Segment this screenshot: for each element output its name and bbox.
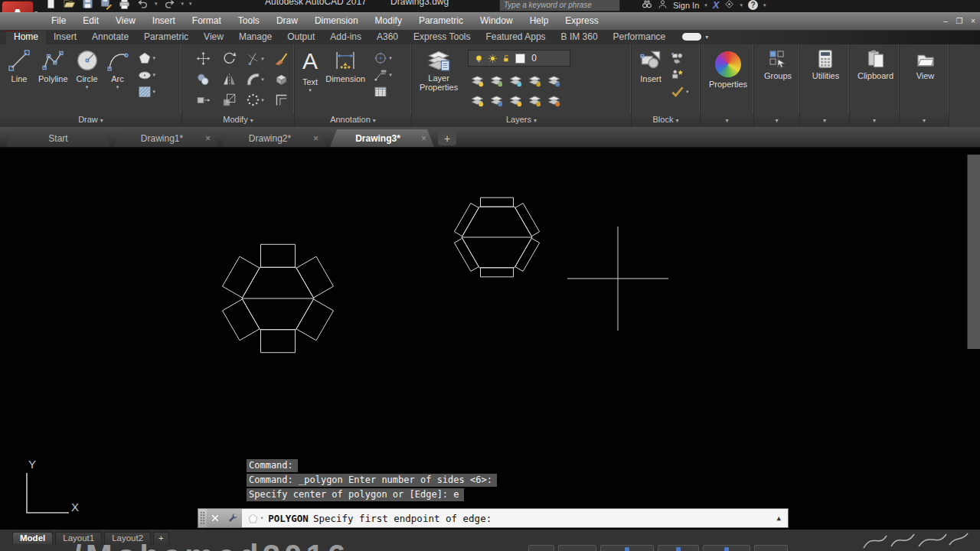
close-tab-icon[interactable]: × xyxy=(313,133,318,144)
ribbon-tab-insert[interactable]: Insert xyxy=(46,29,84,44)
erase-button[interactable] xyxy=(274,51,289,66)
polygon-button[interactable]: ▾ xyxy=(138,51,156,65)
chevron-down-icon[interactable]: ▾ xyxy=(763,2,766,8)
menu-help[interactable]: Help xyxy=(521,13,557,30)
help-icon[interactable]: ? xyxy=(748,0,758,10)
save-button[interactable] xyxy=(81,0,94,10)
ribbon-tab-b-im-360[interactable]: B IM 360 xyxy=(554,29,606,44)
command-bar-grip[interactable] xyxy=(198,509,207,527)
chevron-down-icon[interactable]: ▾ xyxy=(705,34,708,41)
flyout-arrow-icon[interactable]: ▾ xyxy=(389,72,392,78)
save-as-button[interactable] xyxy=(100,0,113,10)
close-tab-icon[interactable]: × xyxy=(205,133,211,144)
chevron-down-icon[interactable]: ▾ xyxy=(704,2,707,8)
open-file-button[interactable] xyxy=(63,0,76,10)
ribbon-tab-view[interactable]: View xyxy=(196,29,231,44)
flyout-arrow-icon[interactable]: ▾ xyxy=(153,72,156,78)
menu-dimension[interactable]: Dimension xyxy=(306,13,367,30)
sign-in-button[interactable]: Sign In xyxy=(673,1,699,10)
trim-button[interactable]: ▾ xyxy=(246,51,264,66)
panel-label-groups[interactable]: ▾ xyxy=(754,114,799,127)
panel-label-properties[interactable]: ▾ xyxy=(701,114,753,127)
ribbon-tab-performance[interactable]: Performance xyxy=(606,29,674,44)
undo-button[interactable] xyxy=(136,0,149,10)
panel-label-block[interactable]: Block ▾ xyxy=(632,114,700,127)
ribbon-tab-featured-apps[interactable]: Featured Apps xyxy=(479,29,554,44)
redo-button[interactable] xyxy=(163,0,176,10)
stretch-button[interactable] xyxy=(196,93,211,107)
file-tab-drawing3[interactable]: Drawing3*× xyxy=(330,129,434,147)
mirror-button[interactable] xyxy=(222,72,237,86)
ribbon-tab-home[interactable]: Home xyxy=(6,29,46,44)
file-tab-start[interactable]: Start xyxy=(6,129,110,147)
flyout-arrow-icon[interactable]: ▾ xyxy=(389,55,392,61)
flyout-arrow-icon[interactable]: ▾ xyxy=(153,89,156,95)
panel-label-view[interactable]: ▾ xyxy=(900,114,949,127)
chevron-down-icon[interactable]: ▾ xyxy=(260,515,263,521)
menu-modify[interactable]: Modify xyxy=(367,13,410,30)
menu-window[interactable]: Window xyxy=(472,13,521,30)
arc-button[interactable]: Arc▾ xyxy=(103,46,133,114)
a360-icon[interactable] xyxy=(724,0,734,12)
layout-tab-model[interactable]: Model xyxy=(12,532,53,544)
offset-button[interactable] xyxy=(274,93,289,107)
panel-label-draw[interactable]: Draw ▾ xyxy=(0,114,181,127)
menu-draw[interactable]: Draw xyxy=(268,13,306,30)
flyout-arrow-icon[interactable]: ▾ xyxy=(686,89,689,95)
status-toggle-button[interactable] xyxy=(600,545,654,551)
status-toggle-button[interactable] xyxy=(528,545,554,551)
layer-on-button[interactable] xyxy=(470,93,485,108)
new-file-button[interactable] xyxy=(44,0,57,10)
search-icon[interactable] xyxy=(642,0,652,12)
status-toggle-button[interactable] xyxy=(658,545,699,551)
chevron-down-icon[interactable]: ▾ xyxy=(740,2,743,8)
move-button[interactable] xyxy=(196,51,211,66)
panel-label-layers[interactable]: Layers ▾ xyxy=(412,114,631,127)
exchange-apps-icon[interactable]: X xyxy=(713,0,720,11)
menu-edit[interactable]: Edit xyxy=(74,13,107,30)
polyline-button[interactable]: Polyline xyxy=(34,46,72,114)
command-options-button[interactable]: ▾ xyxy=(247,513,263,524)
canvas-scrollbar[interactable] xyxy=(967,155,980,349)
block-attributes-button[interactable] xyxy=(671,68,689,82)
menu-file[interactable]: File xyxy=(43,13,74,30)
block-editor-button[interactable]: ▾ xyxy=(671,85,689,99)
fillet-button[interactable]: ▾ xyxy=(246,72,264,86)
layer-unlock-button[interactable] xyxy=(528,93,542,108)
menu-express[interactable]: Express xyxy=(557,13,606,30)
view-button[interactable]: View xyxy=(912,46,939,114)
layer-select-dropdown[interactable]: 0 xyxy=(468,50,570,67)
leader-button[interactable]: ▾ xyxy=(374,68,392,82)
flyout-arrow-icon[interactable]: ▾ xyxy=(261,56,264,62)
flyout-arrow-icon[interactable]: ▾ xyxy=(261,77,264,83)
chevron-down-icon[interactable]: ▾ xyxy=(181,1,185,7)
flyout-arrow-icon[interactable]: ▾ xyxy=(86,84,89,90)
explode-button[interactable] xyxy=(274,72,289,86)
dimension-button[interactable]: Dimension xyxy=(322,46,369,114)
utilities-button[interactable]: Utilities xyxy=(808,46,843,114)
table-button[interactable] xyxy=(374,85,392,99)
layer-isolate-button[interactable] xyxy=(489,73,504,88)
rotate-button[interactable] xyxy=(222,51,237,66)
menu-parametric[interactable]: Parametric xyxy=(410,13,472,30)
array-button[interactable]: ▾ xyxy=(246,93,264,107)
flyout-arrow-icon[interactable]: ▾ xyxy=(261,97,264,103)
file-tab-drawing2[interactable]: Drawing2*× xyxy=(222,129,326,147)
flyout-arrow-icon[interactable]: ▾ xyxy=(116,84,119,90)
layer-lock-button[interactable] xyxy=(528,73,542,88)
minimize-button[interactable]: – xyxy=(940,15,951,26)
close-button[interactable]: × xyxy=(968,15,978,26)
ribbon-tab-add-ins[interactable]: Add-ins xyxy=(322,29,369,44)
centermark-button[interactable]: ▾ xyxy=(374,51,392,65)
text-button[interactable]: AText▾ xyxy=(299,46,322,114)
new-drawing-tab-button[interactable]: + xyxy=(438,131,456,145)
qat-customize-icon[interactable]: ▾ xyxy=(189,1,192,7)
command-history-toggle-icon[interactable]: ▲ xyxy=(770,514,788,522)
ribbon-tab-express-tools[interactable]: Express Tools xyxy=(406,29,478,44)
layer-properties-button[interactable]: LayerProperties xyxy=(416,46,462,114)
insert-button[interactable]: Insert xyxy=(635,46,666,114)
properties-button[interactable]: Properties xyxy=(705,46,751,114)
close-tab-icon[interactable]: × xyxy=(421,133,426,144)
flyout-arrow-icon[interactable]: ▾ xyxy=(309,87,312,93)
panel-label-modify[interactable]: Modify ▾ xyxy=(182,114,294,127)
